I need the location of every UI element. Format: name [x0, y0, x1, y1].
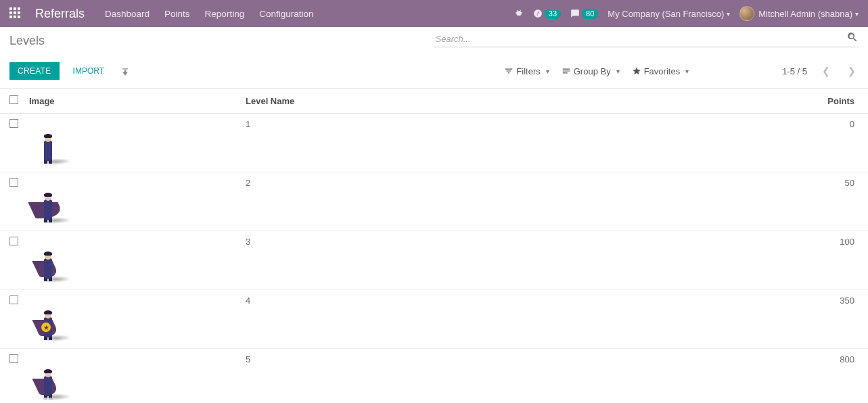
messages-badge: 80 — [582, 9, 598, 19]
table-row[interactable]: 10 — [0, 114, 868, 172]
nav-links: Dashboard Points Reporting Configuration — [105, 9, 313, 19]
col-level-name[interactable]: Level Name — [240, 89, 595, 114]
row-checkbox[interactable] — [9, 119, 18, 128]
debug-icon[interactable] — [514, 9, 524, 18]
download-icon[interactable] — [120, 66, 130, 76]
company-name: My Company (San Francisco) — [608, 9, 724, 19]
cell-points: 350 — [595, 290, 868, 349]
nav-configuration[interactable]: Configuration — [259, 9, 313, 19]
cell-level-name: 3 — [240, 231, 595, 290]
filters-button[interactable]: Filters▾ — [504, 66, 549, 76]
user-menu[interactable]: Mitchell Admin (shabna)▾ — [739, 6, 859, 21]
row-checkbox[interactable] — [9, 178, 18, 187]
groupby-label: Group By — [574, 66, 611, 76]
user-name: Mitchell Admin (shabna) — [758, 9, 852, 19]
company-switcher[interactable]: My Company (San Francisco)▾ — [608, 9, 730, 19]
cell-level-name: 5 — [240, 349, 595, 404]
nav-dashboard[interactable]: Dashboard — [105, 9, 150, 19]
level-avatar-icon — [29, 237, 70, 284]
cell-points: 50 — [595, 172, 868, 231]
cell-points: 100 — [595, 231, 868, 290]
level-avatar-icon — [29, 354, 70, 402]
cell-level-name: 2 — [240, 172, 595, 231]
filter-group: Filters▾ Group By▾ Favorites▾ 1-5 / 5 ❮ … — [504, 66, 859, 76]
user-avatar-icon — [739, 6, 754, 21]
col-image[interactable]: Image — [24, 89, 240, 114]
import-button[interactable]: IMPORT — [65, 62, 112, 80]
messages-icon[interactable]: 80 — [570, 9, 598, 19]
navbar: Referrals Dashboard Points Reporting Con… — [0, 0, 868, 27]
col-points[interactable]: Points — [595, 89, 868, 114]
toolbar: CREATE IMPORT Filters▾ Group By▾ Favorit… — [0, 57, 868, 89]
nav-points[interactable]: Points — [164, 9, 190, 19]
pager-next-icon[interactable]: ❯ — [845, 66, 859, 76]
table-row[interactable]: ★4350 — [0, 290, 868, 349]
control-row: Levels — [0, 27, 868, 57]
table-row[interactable]: 5800 — [0, 349, 868, 404]
activity-icon[interactable]: 33 — [533, 9, 561, 19]
breadcrumb: Levels — [9, 31, 45, 48]
activity-badge: 33 — [545, 9, 561, 19]
search-area — [434, 31, 859, 47]
apps-icon[interactable] — [9, 7, 22, 20]
level-avatar-icon — [29, 119, 70, 166]
table-row[interactable]: 3100 — [0, 231, 868, 290]
create-button[interactable]: CREATE — [9, 62, 60, 80]
cell-level-name: 4 — [240, 290, 595, 349]
nav-reporting[interactable]: Reporting — [205, 9, 245, 19]
favorites-label: Favorites — [644, 66, 680, 76]
level-avatar-icon: ★ — [29, 295, 70, 343]
search-input[interactable] — [434, 31, 859, 47]
search-icon[interactable] — [846, 31, 859, 43]
select-all-checkbox[interactable] — [9, 95, 18, 104]
pager-prev-icon[interactable]: ❮ — [819, 66, 833, 76]
favorites-button[interactable]: Favorites▾ — [632, 66, 689, 76]
table-row[interactable]: 250 — [0, 172, 868, 231]
cell-points: 0 — [595, 114, 868, 172]
pager-text: 1-5 / 5 — [782, 66, 807, 76]
pager: 1-5 / 5 ❮ ❯ — [782, 66, 859, 76]
levels-table: Image Level Name Points 102503100★435058… — [0, 89, 868, 403]
cell-points: 800 — [595, 349, 868, 404]
nav-right: 33 80 My Company (San Francisco)▾ Mitche… — [514, 6, 859, 21]
row-checkbox[interactable] — [9, 237, 18, 245]
cell-level-name: 1 — [240, 114, 595, 172]
app-brand[interactable]: Referrals — [35, 7, 85, 21]
row-checkbox[interactable] — [9, 295, 18, 304]
row-checkbox[interactable] — [9, 354, 18, 363]
level-avatar-icon — [29, 178, 70, 225]
filters-label: Filters — [516, 66, 540, 76]
groupby-button[interactable]: Group By▾ — [562, 66, 620, 76]
